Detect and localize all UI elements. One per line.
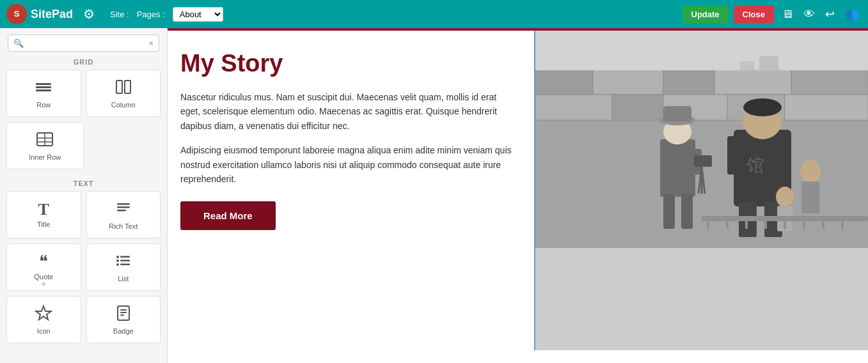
story-para-1: Nascetur ridiculus mus. Nam et suscipit … bbox=[180, 90, 515, 133]
list-label: List bbox=[118, 275, 129, 282]
widget-inner-row[interactable]: Inner Row bbox=[6, 122, 84, 169]
quote-label: Quote bbox=[34, 273, 53, 281]
title-icon: T bbox=[38, 201, 49, 218]
svg-rect-11 bbox=[117, 203, 130, 205]
canvas-area: My Story Nascetur ridiculus mus. Nam et … bbox=[168, 28, 868, 363]
inner-row-icon bbox=[36, 130, 54, 151]
app-name: SitePad bbox=[31, 8, 73, 21]
svg-rect-3 bbox=[36, 86, 51, 88]
preview-button[interactable]: 👁 bbox=[801, 5, 817, 24]
widget-icon[interactable]: Icon bbox=[6, 296, 81, 343]
desktop-view-button[interactable]: 🖥 bbox=[779, 5, 796, 24]
title-label: Title bbox=[37, 220, 50, 228]
drag-indicator: ✛ bbox=[41, 281, 46, 288]
update-button[interactable]: Update bbox=[683, 6, 729, 23]
site-label: Site : bbox=[110, 10, 129, 19]
canvas-left-column: My Story Nascetur ridiculus mus. Nam et … bbox=[168, 31, 535, 350]
rich-text-icon bbox=[114, 199, 132, 220]
widget-column[interactable]: Column bbox=[86, 70, 161, 117]
photo-svg: 馆 bbox=[535, 31, 868, 248]
text-widget-grid: T Title Rich Text ❝ Quote ✛ bbox=[0, 191, 167, 348]
svg-rect-5 bbox=[116, 81, 122, 93]
story-photo: 馆 bbox=[535, 31, 868, 350]
svg-rect-24 bbox=[120, 314, 124, 316]
svg-rect-19 bbox=[120, 264, 130, 266]
list-icon bbox=[114, 252, 132, 272]
svg-marker-20 bbox=[36, 306, 51, 320]
widget-rich-text[interactable]: Rich Text bbox=[86, 191, 161, 238]
story-para-2: Adipiscing eiusmod temporunt laboreie ma… bbox=[180, 143, 515, 186]
column-icon bbox=[114, 78, 132, 98]
rich-text-label: Rich Text bbox=[109, 222, 138, 230]
pages-select[interactable]: About Home Contact Blog bbox=[173, 7, 223, 22]
svg-rect-4 bbox=[36, 89, 51, 91]
search-clear-button[interactable]: × bbox=[148, 38, 154, 48]
story-title: My Story bbox=[180, 50, 515, 77]
widget-quote[interactable]: ❝ Quote ✛ bbox=[6, 243, 81, 291]
sidebar: 🔍 × GRID Row bbox=[0, 28, 168, 363]
column-label: Column bbox=[111, 101, 136, 109]
svg-point-14 bbox=[116, 256, 119, 258]
svg-rect-17 bbox=[120, 260, 130, 262]
history-button[interactable]: ↩ bbox=[823, 4, 837, 24]
text-section-label: TEXT bbox=[0, 180, 167, 187]
widget-list[interactable]: List bbox=[86, 243, 161, 291]
grid-widget-grid: Row Column bbox=[0, 70, 167, 174]
users-icon: 👥 bbox=[845, 8, 859, 20]
users-button[interactable]: 👥 bbox=[842, 4, 862, 24]
icon-label: Icon bbox=[37, 327, 51, 335]
pages-label: Pages : bbox=[137, 10, 165, 19]
history-icon: ↩ bbox=[825, 8, 835, 20]
svg-point-16 bbox=[116, 259, 119, 262]
svg-rect-23 bbox=[120, 312, 127, 313]
inner-row-label: Inner Row bbox=[29, 153, 61, 161]
search-bar: 🔍 × bbox=[8, 35, 159, 52]
search-input[interactable] bbox=[28, 38, 145, 48]
widget-row[interactable]: Row bbox=[6, 70, 81, 117]
widget-title[interactable]: T Title bbox=[6, 191, 81, 238]
search-icon: 🔍 bbox=[13, 38, 24, 48]
svg-point-18 bbox=[116, 263, 119, 266]
row-icon bbox=[35, 78, 52, 98]
quote-icon: ❝ bbox=[39, 254, 48, 270]
header-actions: Update Close 🖥 👁 ↩ 👥 bbox=[683, 4, 862, 24]
header: S SitePad ⚙ Site : Pages : About Home Co… bbox=[0, 0, 868, 28]
logo-area: S SitePad bbox=[6, 4, 73, 24]
read-more-button[interactable]: Read More bbox=[180, 201, 276, 230]
canvas-content: My Story Nascetur ridiculus mus. Nam et … bbox=[168, 31, 868, 350]
main-layout: 🔍 × GRID Row bbox=[0, 28, 868, 363]
close-button[interactable]: Close bbox=[734, 6, 774, 23]
gear-button[interactable]: ⚙ bbox=[81, 4, 97, 24]
gear-icon: ⚙ bbox=[83, 7, 95, 21]
svg-rect-71 bbox=[535, 31, 868, 248]
row-label: Row bbox=[36, 101, 51, 109]
widget-badge[interactable]: Badge bbox=[86, 296, 161, 343]
badge-label: Badge bbox=[113, 327, 134, 335]
svg-rect-2 bbox=[36, 83, 51, 85]
desktop-icon: 🖥 bbox=[782, 8, 793, 20]
svg-rect-15 bbox=[120, 256, 130, 258]
grid-section-label: GRID bbox=[0, 58, 167, 66]
icon-widget-icon bbox=[35, 304, 52, 325]
badge-icon bbox=[114, 304, 132, 325]
canvas-right-column: 馆 bbox=[535, 31, 868, 350]
sitepad-logo-icon: S bbox=[6, 4, 27, 24]
svg-rect-22 bbox=[120, 309, 127, 311]
svg-rect-13 bbox=[117, 210, 126, 212]
svg-text:S: S bbox=[14, 9, 20, 19]
svg-rect-12 bbox=[117, 206, 130, 208]
eye-icon: 👁 bbox=[803, 8, 815, 20]
svg-rect-6 bbox=[125, 81, 130, 93]
